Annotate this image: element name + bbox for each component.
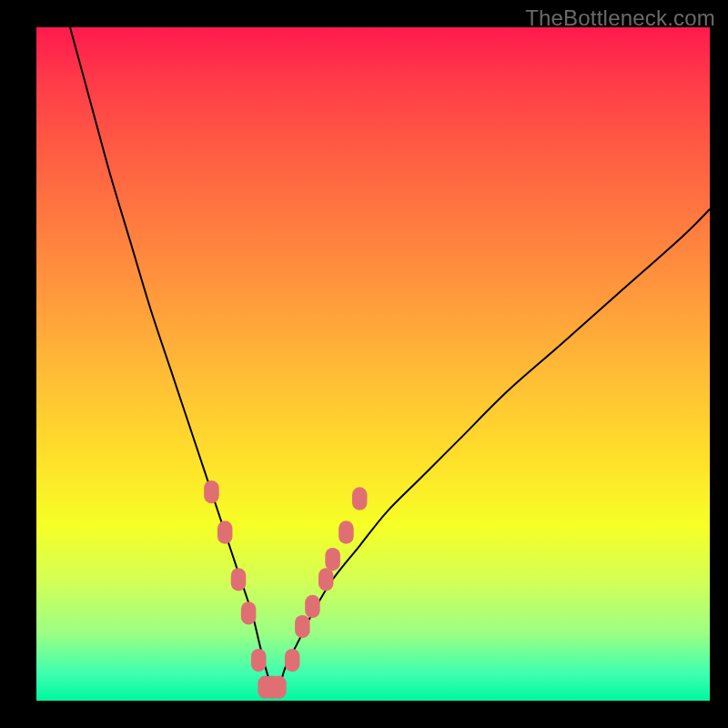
plot-area [36,27,710,701]
highlighted-point [339,521,354,543]
highlighted-point [318,568,334,591]
highlighted-point [305,595,320,618]
highlighted-point [204,480,219,503]
highlighted-point [285,649,300,672]
chart-frame: TheBottleneck.com [0,0,728,728]
highlighted-point [217,521,233,543]
highlighted-point [231,568,247,591]
highlighted-point [295,615,310,638]
highlighted-point [325,548,340,571]
highlighted-point [352,487,368,510]
highlighted-point [241,602,257,624]
highlighted-point [271,676,287,699]
highlighted-points-group [204,480,367,699]
highlighted-point [251,649,267,672]
bottleneck-curve [70,27,710,690]
chart-svg [36,27,710,701]
